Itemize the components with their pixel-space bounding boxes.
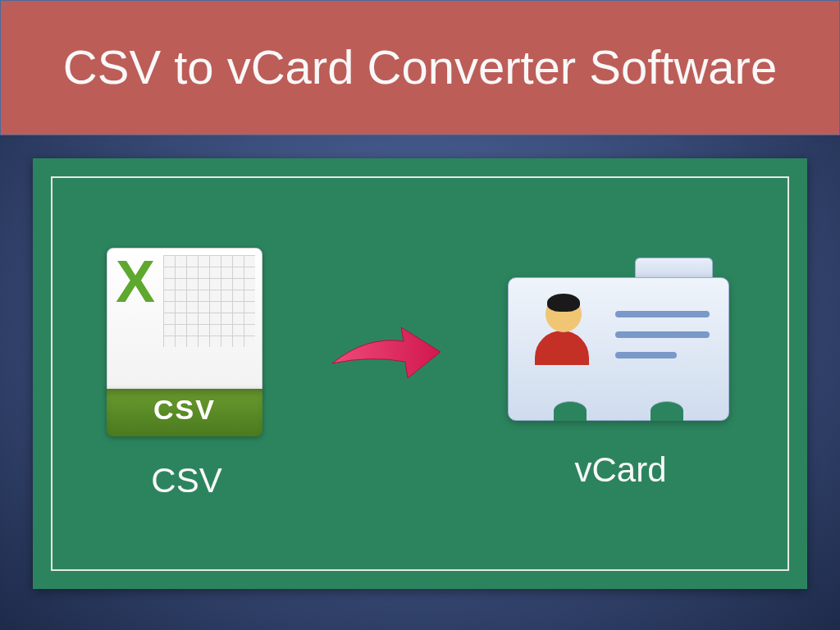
avatar-head [546,296,582,332]
target-label: vCard [574,450,666,490]
csv-file-icon: X CSV [107,248,267,436]
source-group: X CSV CSV [107,248,267,500]
avatar-hair [547,294,580,312]
csv-badge-text: CSV [153,394,216,426]
content-panel: X CSV CSV [33,158,807,589]
avatar-torso [535,331,589,365]
vcard-body [508,277,729,421]
avatar-icon [535,296,592,366]
contact-line-icon [615,311,710,317]
csv-badge-bar: CSV [107,389,262,436]
page-title: CSV to vCard Converter Software [63,38,777,98]
arrow-wrap [326,313,449,386]
target-group: vCard [508,258,733,490]
card-notch [651,401,683,421]
spreadsheet-grid-icon [163,255,255,347]
source-label: CSV [151,461,221,500]
contact-line-icon [615,352,677,358]
panel-border: X CSV CSV [51,176,789,571]
card-notch [554,401,587,421]
vcard-file-icon [508,258,733,426]
csv-sheet: X [107,248,262,391]
contact-line-icon [615,331,710,338]
arrow-right-icon [326,313,449,386]
excel-x-glyph: X [116,255,155,308]
title-bar: CSV to vCard Converter Software [0,0,840,135]
